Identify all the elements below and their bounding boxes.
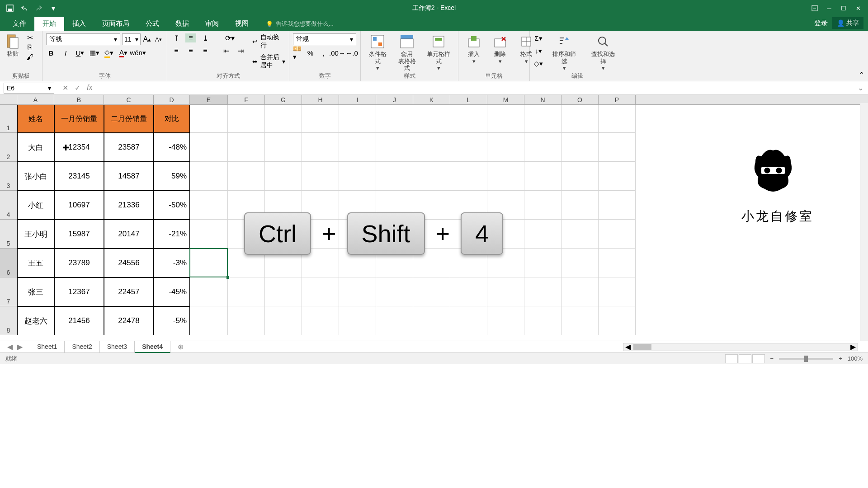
cell-D4[interactable]: -50% xyxy=(154,191,190,220)
cell-O1[interactable] xyxy=(561,105,599,133)
tab-layout[interactable]: 页面布局 xyxy=(94,17,137,31)
tab-formulas[interactable]: 公式 xyxy=(137,17,167,31)
close-icon[interactable]: ✕ xyxy=(852,3,864,14)
cell-E8[interactable] xyxy=(190,306,228,335)
accounting-format-icon[interactable]: 💴▾ xyxy=(293,48,302,58)
phonetic-button[interactable]: wén▾ xyxy=(133,48,143,58)
cell-B2[interactable]: 12354 xyxy=(54,133,104,162)
fill-icon[interactable]: ↓▾ xyxy=(533,46,543,56)
fill-color-button[interactable]: ◇▾ xyxy=(104,48,114,58)
cell-A1[interactable]: 姓名 xyxy=(17,105,54,133)
cell-D6[interactable]: -3% xyxy=(154,249,190,277)
cell-C6[interactable]: 24556 xyxy=(104,249,154,277)
zoom-slider[interactable] xyxy=(779,358,833,360)
zoom-level[interactable]: 100% xyxy=(848,355,863,362)
border-button[interactable]: ▦▾ xyxy=(90,48,99,58)
cancel-formula-icon[interactable]: ✕ xyxy=(62,84,68,92)
cell-H2[interactable] xyxy=(302,133,339,162)
cell-M1[interactable] xyxy=(487,105,524,133)
clear-icon[interactable]: ◇▾ xyxy=(533,59,543,69)
row-header-3[interactable]: 3 xyxy=(0,162,17,191)
cell-I3[interactable] xyxy=(339,162,376,191)
cell-J7[interactable] xyxy=(376,277,413,306)
font-size-combo[interactable]: 11▾ xyxy=(122,33,141,45)
cell-N3[interactable] xyxy=(524,162,561,191)
cell-J2[interactable] xyxy=(376,133,413,162)
name-box[interactable]: E6▾ xyxy=(4,83,54,94)
decrease-font-icon[interactable]: A▾ xyxy=(154,34,163,44)
cell-I2[interactable] xyxy=(339,133,376,162)
format-painter-icon[interactable]: 🖌 xyxy=(24,53,35,61)
percent-format-icon[interactable]: % xyxy=(306,48,315,58)
cell-O5[interactable] xyxy=(561,220,599,249)
merge-center-button[interactable]: ⬌合并后居中▾ xyxy=(252,53,285,70)
cell-C1[interactable]: 二月份销量 xyxy=(104,105,154,133)
bold-button[interactable]: B xyxy=(46,48,56,58)
decrease-indent-icon[interactable]: ⇤ xyxy=(221,46,231,55)
save-icon[interactable] xyxy=(5,3,15,14)
cell-P1[interactable] xyxy=(599,105,636,133)
orientation-icon[interactable]: ⟳▾ xyxy=(224,33,235,42)
cell-I8[interactable] xyxy=(339,306,376,335)
col-header-I[interactable]: I xyxy=(339,95,376,104)
align-left-icon[interactable]: ≡ xyxy=(171,46,182,55)
cell-D3[interactable]: 59% xyxy=(154,162,190,191)
cell-N4[interactable] xyxy=(524,191,561,220)
cell-E3[interactable] xyxy=(190,162,228,191)
cell-D5[interactable]: -21% xyxy=(154,220,190,249)
cell-A4[interactable]: 小红 xyxy=(17,191,54,220)
autosum-icon[interactable]: Σ▾ xyxy=(533,33,543,43)
comma-format-icon[interactable]: , xyxy=(319,48,328,58)
cell-A5[interactable]: 王小明 xyxy=(17,220,54,249)
cell-O8[interactable] xyxy=(561,306,599,335)
cell-P2[interactable] xyxy=(599,133,636,162)
cell-K3[interactable] xyxy=(413,162,450,191)
col-header-B[interactable]: B xyxy=(54,95,104,104)
sheet-nav-prev-icon[interactable]: ◀ xyxy=(7,343,13,351)
tab-view[interactable]: 视图 xyxy=(227,17,257,31)
align-top-icon[interactable]: ⤒ xyxy=(171,33,182,42)
cell-M7[interactable] xyxy=(487,277,524,306)
tab-insert[interactable]: 插入 xyxy=(64,17,94,31)
select-all-button[interactable] xyxy=(0,95,17,104)
row-header-4[interactable]: 4 xyxy=(0,191,17,220)
cell-B4[interactable]: 10697 xyxy=(54,191,104,220)
cell-E1[interactable] xyxy=(190,105,228,133)
expand-formula-bar-icon[interactable]: ⌄ xyxy=(853,84,868,92)
row-header-2[interactable]: 2 xyxy=(0,133,17,162)
fill-handle[interactable] xyxy=(226,276,229,279)
align-center-icon[interactable]: ≡ xyxy=(185,46,196,55)
cell-C7[interactable]: 22457 xyxy=(104,277,154,306)
col-header-L[interactable]: L xyxy=(450,95,487,104)
cell-D1[interactable]: 对比 xyxy=(154,105,190,133)
cell-K8[interactable] xyxy=(413,306,450,335)
cell-I1[interactable] xyxy=(339,105,376,133)
col-header-N[interactable]: N xyxy=(524,95,561,104)
minimize-icon[interactable]: ─ xyxy=(823,3,835,14)
cell-G2[interactable] xyxy=(265,133,302,162)
col-header-J[interactable]: J xyxy=(376,95,413,104)
add-sheet-button[interactable]: ⊕ xyxy=(174,343,187,351)
sheet-tab-sheet2[interactable]: Sheet2 xyxy=(65,341,99,353)
sheet-tab-sheet3[interactable]: Sheet3 xyxy=(100,341,135,353)
cell-E2[interactable] xyxy=(190,133,228,162)
row-header-8[interactable]: 8 xyxy=(0,306,17,335)
cell-E4[interactable] xyxy=(190,191,228,220)
cell-A7[interactable]: 张三 xyxy=(17,277,54,306)
cell-E7[interactable] xyxy=(190,277,228,306)
cell-B3[interactable]: 23145 xyxy=(54,162,104,191)
col-header-E[interactable]: E xyxy=(190,95,228,104)
cell-A6[interactable]: 王五 xyxy=(17,249,54,277)
align-bottom-icon[interactable]: ⤓ xyxy=(200,33,211,42)
align-right-icon[interactable]: ≡ xyxy=(200,46,211,55)
cell-P5[interactable] xyxy=(599,220,636,249)
cell-O7[interactable] xyxy=(561,277,599,306)
sheet-tab-sheet1[interactable]: Sheet1 xyxy=(30,341,65,353)
tab-file[interactable]: 文件 xyxy=(5,17,34,31)
cell-G3[interactable] xyxy=(265,162,302,191)
cell-D8[interactable]: -5% xyxy=(154,306,190,335)
cell-G1[interactable] xyxy=(265,105,302,133)
sheet-nav-next-icon[interactable]: ▶ xyxy=(17,343,23,351)
increase-indent-icon[interactable]: ⇥ xyxy=(235,46,246,55)
increase-font-icon[interactable]: A▴ xyxy=(142,34,152,44)
